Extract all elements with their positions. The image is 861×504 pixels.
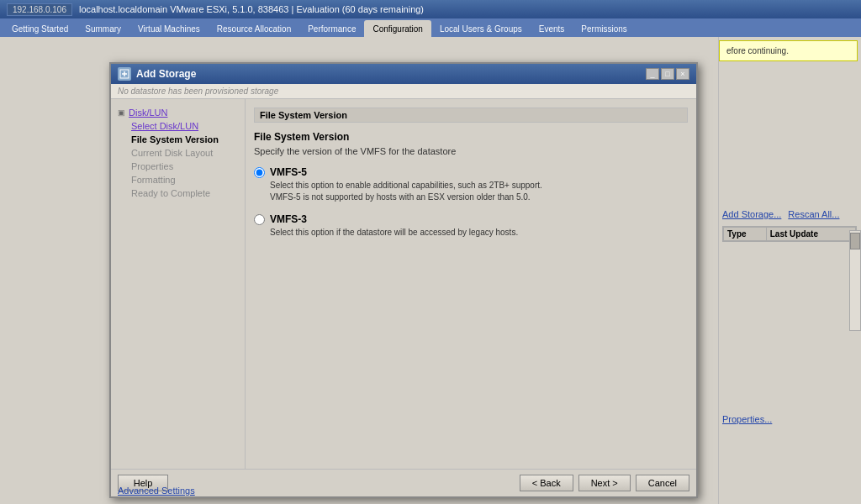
add-storage-dialog: Add Storage _ □ × No datastore has been … <box>109 62 698 498</box>
tab-resource-allocation[interactable]: Resource Allocation <box>209 20 299 37</box>
tab-performance[interactable]: Performance <box>299 20 364 37</box>
dialog-icon <box>118 67 131 81</box>
dialog-footer: Help < Back Next > Cancel <box>111 469 696 496</box>
section-header: File System Version <box>254 108 688 123</box>
title-bar: 192.168.0.106 localhost.localdomain VMwa… <box>0 0 861 18</box>
minimize-button[interactable]: _ <box>646 68 659 80</box>
dialog-subtitle-text: No datastore has been provisioned storag… <box>118 87 278 96</box>
tab-virtual-machines[interactable]: Virtual Machines <box>129 20 209 37</box>
advanced-settings-link[interactable]: Advanced Settings <box>118 486 195 496</box>
advanced-settings-text: Advanced Settings <box>118 486 195 496</box>
vmfs5-radio[interactable] <box>254 167 265 178</box>
vmfs3-option: VMFS-3 Select this option if the datasto… <box>254 213 688 239</box>
window-title: localhost.localdomain VMware ESXi, 5.1.0… <box>79 4 424 14</box>
vmfs5-label: VMFS-5 <box>270 166 542 178</box>
tab-summary[interactable]: Summary <box>77 20 129 37</box>
tab-getting-started[interactable]: Getting Started <box>3 20 77 37</box>
dialog-subtitle: No datastore has been provisioned storag… <box>111 84 696 99</box>
dialog-title: Add Storage <box>136 68 641 80</box>
nav-file-system-version: File System Version <box>114 133 241 146</box>
tab-local-users-groups[interactable]: Local Users & Groups <box>431 20 531 37</box>
vmfs5-content: VMFS-5 Select this option to enable addi… <box>270 166 542 203</box>
content-title: File System Version <box>254 131 688 143</box>
close-button[interactable]: × <box>676 68 689 80</box>
expand-icon: ▣ <box>118 108 125 117</box>
vmfs3-content: VMFS-3 Select this option if the datasto… <box>270 213 518 239</box>
tab-permissions[interactable]: Permissions <box>573 20 635 37</box>
nav-current-disk-layout: Current Disk Layout <box>114 146 241 160</box>
vmfs3-radio[interactable] <box>254 214 265 225</box>
vmfs5-desc: Select this option to enable additional … <box>270 180 542 203</box>
dialog-title-bar: Add Storage _ □ × <box>111 64 696 84</box>
maximize-button[interactable]: □ <box>661 68 674 80</box>
cancel-button[interactable]: Cancel <box>636 475 689 491</box>
vmfs5-option: VMFS-5 Select this option to enable addi… <box>254 166 688 203</box>
nav-select-disk-lun[interactable]: Select Disk/LUN <box>114 119 241 133</box>
tab-configuration[interactable]: Configuration <box>364 20 430 37</box>
vmfs3-desc: Select this option if the datastore will… <box>270 227 518 239</box>
nav-ready-to-complete: Ready to Complete <box>114 186 241 200</box>
dialog-controls: _ □ × <box>646 68 689 80</box>
nav-disk-lun-link[interactable]: Disk/LUN <box>129 108 167 118</box>
dialog-body: ▣ Disk/LUN Select Disk/LUN File System V… <box>111 99 696 469</box>
server-ip: 192.168.0.106 <box>7 3 72 16</box>
nav-disk-lun-header: ▣ Disk/LUN <box>114 106 241 119</box>
next-button[interactable]: Next > <box>578 475 631 491</box>
dialog-nav: ▣ Disk/LUN Select Disk/LUN File System V… <box>111 99 246 469</box>
nav-formatting: Formatting <box>114 173 241 186</box>
nav-properties: Properties <box>114 160 241 173</box>
nav-tabs: Getting Started Summary Virtual Machines… <box>0 18 861 37</box>
dialog-content: File System Version File System Version … <box>246 99 696 469</box>
content-subtitle: Specify the version of the VMFS for the … <box>254 146 688 156</box>
main-area: efore continuing. Add Storage... Rescan … <box>0 37 861 504</box>
vmfs3-label: VMFS-3 <box>270 213 518 225</box>
footer-right: < Back Next > Cancel <box>520 475 689 491</box>
modal-overlay: Add Storage _ □ × No datastore has been … <box>0 37 861 504</box>
back-button[interactable]: < Back <box>520 475 573 491</box>
tab-events[interactable]: Events <box>531 20 573 37</box>
